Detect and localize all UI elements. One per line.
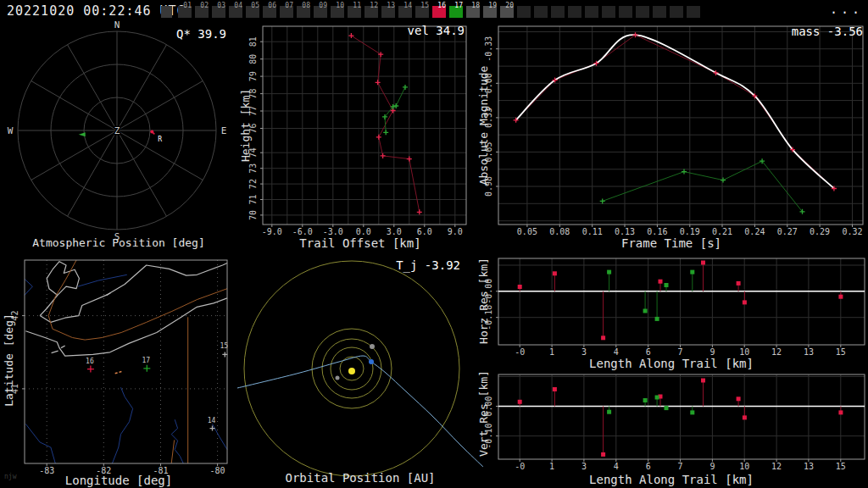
frame-box-x23[interactable] [551, 6, 565, 18]
frame-label: 02 [200, 3, 209, 9]
frame-label: 09 [319, 3, 327, 9]
frame-label: 03 [217, 3, 225, 9]
frame-box-x29[interactable] [653, 6, 666, 18]
svg-text:0.08: 0.08 [549, 227, 570, 236]
svg-text:15: 15 [836, 462, 846, 471]
svg-text:15: 15 [220, 342, 228, 350]
svg-text:-0: -0 [515, 347, 525, 357]
frame-label: 19 [488, 3, 497, 9]
frame-label: 15 [420, 3, 429, 9]
svg-text:7: 7 [677, 347, 682, 357]
svg-text:W: W [8, 125, 14, 136]
svg-text:0.19: 0.19 [680, 227, 700, 236]
frame-box-13[interactable]: 13 [381, 6, 395, 18]
panel-vert-res: -0134679101213150.00-0.10 Vert Res [km] … [475, 364, 868, 488]
frame-box-14[interactable]: 14 [398, 6, 412, 18]
frame-label: 04 [234, 3, 242, 9]
frame-label: 12 [370, 3, 378, 9]
svg-text:0.24: 0.24 [744, 227, 765, 236]
panel-atmospheric: NSWEZR Q* 39.9 Atmospheric Position [deg… [0, 21, 237, 250]
vert-residuals-plot: -0134679101213150.00-0.10 [475, 364, 868, 488]
orbit-title: Orbital Position [AU] [237, 471, 483, 485]
orbital-position-plot [237, 250, 483, 488]
svg-text:0.32: 0.32 [842, 227, 862, 236]
svg-text:E: E [221, 125, 227, 136]
svg-text:71: 71 [248, 194, 258, 204]
frame-box-09[interactable]: 09 [314, 6, 327, 18]
svg-text:14: 14 [208, 417, 216, 424]
frame-box-x28[interactable] [636, 6, 649, 18]
frame-box-x31[interactable] [687, 6, 700, 18]
fireball-analysis-app: 20221020 00:22:46 UTC 010203040506070809… [0, 0, 868, 488]
frame-box-01[interactable]: 01 [178, 6, 192, 18]
svg-text:3.0: 3.0 [387, 227, 402, 236]
svg-text:6.0: 6.0 [417, 227, 432, 236]
frame-label: 14 [403, 3, 412, 9]
frame-box-10[interactable]: 10 [331, 6, 344, 18]
menu-dots[interactable]: ... [830, 2, 863, 17]
svg-text:4: 4 [614, 347, 619, 357]
frame-label: 05 [251, 3, 259, 9]
frame-box-x27[interactable] [619, 6, 632, 18]
frame-box-18[interactable]: 18 [466, 6, 480, 18]
frame-box-x0[interactable] [161, 6, 172, 18]
svg-text:0.11: 0.11 [582, 227, 603, 236]
map-y-label: Latitude [deg] [3, 313, 15, 407]
frame-box-19[interactable]: 19 [483, 6, 497, 18]
svg-text:10: 10 [739, 462, 749, 471]
frame-box-11[interactable]: 11 [348, 6, 361, 18]
frame-box-x30[interactable] [670, 6, 683, 18]
atmospheric-polar-plot: NSWEZR [0, 21, 237, 250]
svg-text:10: 10 [739, 347, 749, 357]
light-curve-plot: 0.050.080.110.130.160.190.210.240.270.29… [475, 21, 868, 250]
frame-box-02[interactable]: 02 [195, 6, 209, 18]
frame-box-04[interactable]: 04 [229, 6, 242, 18]
frame-box-06[interactable]: 06 [263, 6, 276, 18]
frame-label: 06 [268, 3, 276, 9]
trail-offset-plot: -9.0-6.0-3.00.03.06.09.07071727374767778… [237, 21, 483, 250]
frame-label: 07 [285, 3, 293, 9]
svg-text:Z: Z [114, 125, 120, 136]
frame-box-x24[interactable] [568, 6, 581, 18]
magnitude-x-label: Frame Time [s] [475, 236, 868, 250]
frame-label: 11 [353, 3, 361, 9]
svg-text:R: R [158, 136, 162, 143]
frame-box-07[interactable]: 07 [280, 6, 293, 18]
svg-text:0.29: 0.29 [810, 227, 830, 236]
svg-text:12: 12 [771, 347, 782, 357]
svg-text:9.0: 9.0 [448, 227, 463, 236]
frame-box-x21[interactable] [517, 6, 531, 18]
frame-box-x25[interactable] [585, 6, 598, 18]
frame-box-12[interactable]: 12 [364, 6, 378, 18]
svg-text:1: 1 [549, 347, 554, 357]
svg-text:-0: -0 [515, 462, 525, 471]
panel-map: -83-82-81-80424116171514 Latitude [deg] … [0, 250, 237, 488]
panel-horz-res: -013467910121315-0.00-0.18 Horz Res [km]… [475, 250, 868, 369]
svg-text:0.16: 0.16 [647, 227, 667, 236]
svg-text:0.0: 0.0 [356, 227, 371, 236]
frame-box-17[interactable]: 17 [449, 6, 463, 18]
frame-box-03[interactable]: 03 [212, 6, 225, 18]
svg-text:80: 80 [248, 54, 258, 64]
vel-stat: vel 34.9 [408, 24, 465, 37]
svg-text:73: 73 [248, 164, 258, 174]
svg-text:9: 9 [709, 347, 715, 357]
frame-label: 20 [505, 3, 514, 9]
frame-box-05[interactable]: 05 [246, 6, 259, 18]
svg-text:70: 70 [248, 210, 258, 220]
panel-trail: -9.0-6.0-3.00.03.06.09.07071727374767778… [237, 21, 483, 250]
frame-box-08[interactable]: 08 [297, 6, 310, 18]
trail-x-label: Trail Offset [km] [237, 236, 483, 250]
frame-box-x22[interactable] [534, 6, 548, 18]
svg-text:3: 3 [581, 462, 587, 471]
svg-text:16: 16 [86, 358, 94, 365]
frame-box-x26[interactable] [602, 6, 615, 18]
frame-box-16[interactable]: 16 [432, 6, 446, 18]
frame-box-15[interactable]: 15 [415, 6, 429, 18]
svg-text:1: 1 [549, 462, 554, 471]
svg-text:12: 12 [771, 462, 782, 471]
frame-box-20[interactable]: 20 [500, 6, 514, 18]
svg-text:79: 79 [248, 71, 258, 81]
trail-y-label: Height [km] [239, 89, 252, 162]
frame-label: 18 [471, 3, 480, 9]
